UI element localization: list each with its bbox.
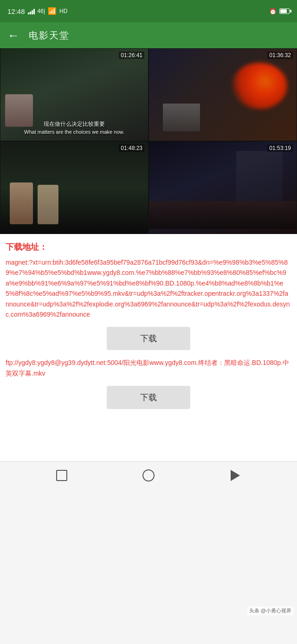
- content-area: 下载地址： magnet:?xt=urn:btih:3d6fe58fe6f3a9…: [0, 234, 297, 424]
- video-grid: 01:26:41 现在做什么决定比较重要What matters are the…: [0, 48, 297, 234]
- back-button[interactable]: ←: [7, 28, 19, 43]
- app-bar: ← 电影天堂: [0, 22, 297, 48]
- wifi-icon: 📶: [48, 7, 57, 15]
- recents-icon: [56, 470, 67, 481]
- nav-recents-button[interactable]: [53, 467, 70, 484]
- video-cell-4[interactable]: 01:53:19: [148, 141, 297, 234]
- timestamp-4: 01:53:19: [267, 144, 293, 152]
- back-icon: [231, 470, 240, 481]
- time-display: 12:48: [7, 7, 25, 15]
- timestamp-3: 01:48:23: [119, 144, 144, 152]
- status-bar: 12:48 46| 📶 HD ⏰: [0, 0, 297, 22]
- timestamp-1: 01:26:41: [119, 52, 144, 59]
- bottom-nav: [0, 461, 297, 489]
- nav-back-button[interactable]: [227, 467, 244, 484]
- subtitle-1: 现在做什么决定比较重要What matters are the choices …: [0, 120, 148, 136]
- spacer: [0, 424, 297, 461]
- ftp-link[interactable]: ftp://ygdy8:ygdy8@yg39.dydytt.net:5004/阳…: [6, 358, 291, 378]
- download-btn-wrap-2: 下载: [6, 386, 291, 409]
- battery-icon: [279, 8, 290, 14]
- download-label: 下载地址：: [6, 241, 291, 253]
- signal-icon: [28, 8, 35, 14]
- battery-fill: [280, 9, 287, 13]
- timestamp-2: 01:36:32: [267, 52, 293, 59]
- download-button-2[interactable]: 下载: [107, 386, 190, 409]
- magnet-link[interactable]: magnet:?xt=urn:btih:3d6fe58fe6f3a95bef79…: [6, 257, 291, 319]
- download-btn-wrap-1: 下载: [6, 327, 291, 350]
- app-title: 电影天堂: [29, 29, 70, 42]
- download-button-1[interactable]: 下载: [107, 327, 190, 350]
- signal-label: 46|: [38, 8, 45, 14]
- hd-label: HD: [59, 8, 67, 14]
- video-cell-3[interactable]: 01:48:23: [0, 141, 148, 234]
- alarm-icon: ⏰: [269, 8, 277, 15]
- video-cell-2[interactable]: 01:36:32: [148, 48, 297, 141]
- nav-home-button[interactable]: [140, 467, 157, 484]
- home-icon: [142, 469, 155, 481]
- status-left: 12:48 46| 📶 HD: [7, 7, 67, 15]
- watermark: 头条 @小勇心视界: [247, 606, 293, 615]
- status-right: ⏰: [269, 8, 290, 15]
- video-cell-1[interactable]: 01:26:41 现在做什么决定比较重要What matters are the…: [0, 48, 148, 141]
